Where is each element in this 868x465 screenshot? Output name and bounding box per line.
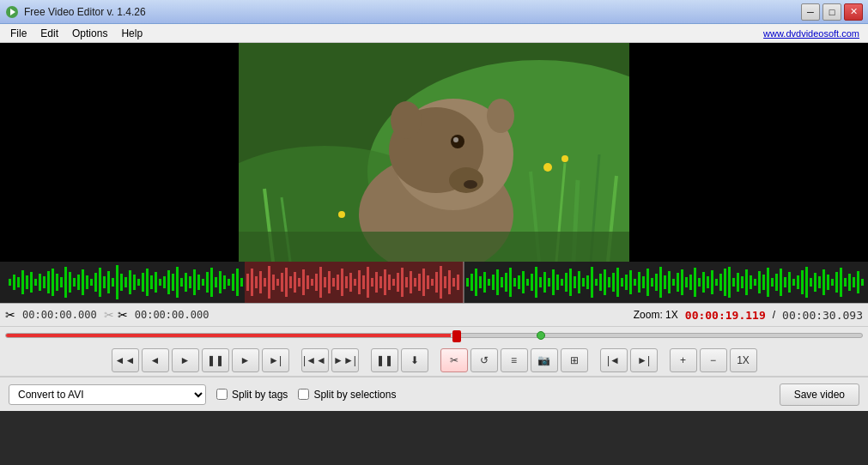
svg-rect-93 <box>298 278 300 287</box>
svg-rect-98 <box>319 267 322 298</box>
current-time: 00:00:19.119 <box>685 309 766 322</box>
menu-file[interactable]: File <box>3 26 33 41</box>
svg-rect-189 <box>715 279 718 286</box>
svg-rect-38 <box>64 267 67 298</box>
seekbar-area[interactable] <box>0 327 868 344</box>
convert-select[interactable]: Convert to AVI Convert to MP4 Convert to… <box>9 385 205 404</box>
svg-rect-88 <box>276 279 279 286</box>
svg-rect-140 <box>505 273 507 292</box>
svg-rect-104 <box>345 276 348 288</box>
video-black-right <box>629 43 868 262</box>
menu-options[interactable]: Options <box>65 26 114 41</box>
timecode-bar: ✂ 00:00:00.000 ✂ ✂ 00:00:00.000 Zoom: 1X… <box>0 303 868 327</box>
step-forward-button[interactable]: ► <box>232 348 259 372</box>
pause-button[interactable]: ❚❚ <box>202 348 229 372</box>
jump-to-start-button[interactable]: ◄◄ <box>112 348 139 372</box>
menu-help[interactable]: Help <box>114 26 149 41</box>
svg-rect-124 <box>431 279 434 286</box>
save-video-button[interactable]: Save video <box>780 383 859 406</box>
svg-rect-56 <box>142 273 144 292</box>
convert-dropdown[interactable]: Convert to AVI Convert to MP4 Convert to… <box>9 384 206 405</box>
split-by-selections-checkbox[interactable] <box>298 389 309 400</box>
app-icon <box>5 5 19 19</box>
seekbar-track[interactable] <box>5 333 863 338</box>
svg-rect-159 <box>586 275 589 289</box>
svg-rect-149 <box>543 272 546 293</box>
skip-end-button[interactable]: ►►| <box>331 348 359 372</box>
svg-rect-120 <box>414 278 416 287</box>
svg-rect-107 <box>358 270 361 294</box>
zoom-out-button[interactable]: − <box>700 348 727 372</box>
svg-rect-173 <box>646 269 649 296</box>
waveform-area[interactable] <box>0 262 868 303</box>
close-button[interactable]: ✕ <box>844 3 863 21</box>
svg-rect-131 <box>466 278 469 287</box>
minimize-button[interactable]: ─ <box>801 3 820 21</box>
svg-rect-37 <box>60 277 63 287</box>
svg-rect-197 <box>750 275 752 289</box>
svg-rect-204 <box>780 269 782 296</box>
svg-rect-111 <box>375 272 378 293</box>
next-mark-button[interactable]: ►| <box>630 348 658 372</box>
step-back-button[interactable]: ◄ <box>142 348 169 372</box>
effects-button[interactable]: ≡ <box>501 348 528 372</box>
svg-rect-172 <box>642 276 645 288</box>
video-black-left <box>0 43 239 262</box>
svg-rect-150 <box>548 278 550 287</box>
svg-rect-154 <box>565 273 568 292</box>
play-button[interactable]: ► <box>172 348 199 372</box>
svg-rect-133 <box>475 269 477 296</box>
svg-rect-163 <box>604 269 606 295</box>
svg-rect-73 <box>215 277 217 287</box>
svg-rect-114 <box>388 275 391 290</box>
zoom-reset-button[interactable]: 1X <box>730 348 757 372</box>
svg-rect-144 <box>522 271 525 293</box>
website-link[interactable]: www.dvdvideosoft.com <box>763 28 865 39</box>
svg-rect-162 <box>599 274 602 291</box>
split-by-tags-checkbox[interactable] <box>216 389 228 400</box>
svg-rect-44 <box>90 279 93 286</box>
svg-rect-222 <box>857 271 859 293</box>
freeze-button[interactable]: ❚❚ <box>371 348 398 372</box>
zoom-in-button[interactable]: + <box>670 348 697 372</box>
menu-edit[interactable]: Edit <box>33 26 65 41</box>
svg-rect-81 <box>246 274 249 291</box>
svg-point-9 <box>464 180 477 189</box>
video-display <box>239 43 629 262</box>
svg-rect-55 <box>137 279 140 286</box>
svg-point-21 <box>543 163 552 172</box>
svg-rect-193 <box>732 278 735 287</box>
svg-point-11 <box>453 137 458 142</box>
skip-start-button[interactable]: |◄◄ <box>301 348 329 372</box>
svg-rect-77 <box>232 274 234 291</box>
bottom-bar: Convert to AVI Convert to MP4 Convert to… <box>0 377 868 411</box>
svg-rect-148 <box>539 277 542 287</box>
seekbar-fill <box>6 334 451 337</box>
jump-to-end-button[interactable]: ►| <box>262 348 289 372</box>
svg-point-23 <box>338 211 345 218</box>
svg-rect-69 <box>197 275 200 290</box>
svg-rect-92 <box>294 272 296 293</box>
svg-rect-179 <box>672 279 675 286</box>
maximize-button[interactable]: □ <box>822 3 841 21</box>
stabilize-button[interactable]: ⊞ <box>561 348 588 372</box>
time-separator: / <box>773 309 775 321</box>
screenshot-button[interactable]: 📷 <box>531 348 558 372</box>
prev-mark-button[interactable]: |◄ <box>600 348 628 372</box>
zoom-label: Zoom: 1X <box>634 309 678 321</box>
svg-rect-48 <box>107 271 110 293</box>
seekbar-playhead <box>452 330 461 342</box>
svg-rect-50 <box>116 265 118 299</box>
svg-rect-121 <box>418 274 421 291</box>
svg-rect-29 <box>26 275 28 289</box>
svg-rect-87 <box>272 275 275 290</box>
svg-rect-109 <box>367 267 369 298</box>
rotate-button[interactable]: ↺ <box>470 348 498 372</box>
extract-button[interactable]: ⬇ <box>401 348 428 372</box>
svg-rect-196 <box>745 269 748 295</box>
svg-rect-143 <box>518 275 520 289</box>
cut-button[interactable]: ✂ <box>440 348 468 372</box>
svg-rect-185 <box>698 278 701 287</box>
waveform-svg <box>0 262 868 303</box>
scissors-icon-right: ✂ <box>118 308 128 322</box>
